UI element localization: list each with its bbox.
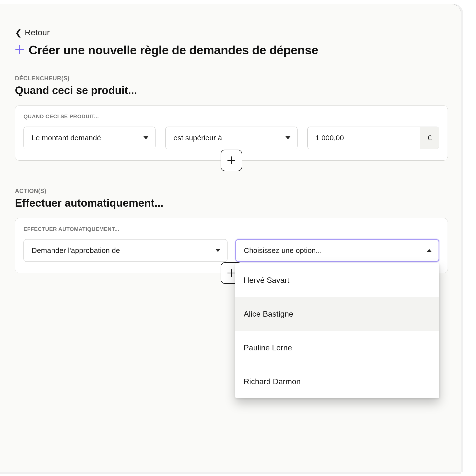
action-heading: Effectuer automatiquement... <box>15 197 448 209</box>
trigger-amount-value: 1 000,00 <box>307 127 420 149</box>
trigger-field-value: Le montant demandé <box>32 134 101 142</box>
add-trigger-button[interactable] <box>221 150 242 171</box>
plus-icon <box>15 45 24 56</box>
dropdown-option[interactable]: Alice Bastigne <box>235 297 439 331</box>
action-type-select[interactable]: Demander l'approbation de <box>23 239 227 262</box>
page-container: ❮ Retour Créer une nouvelle règle de dem… <box>0 4 461 472</box>
page-title-row: Créer une nouvelle règle de demandes de … <box>15 43 448 57</box>
caret-down-icon <box>143 136 148 139</box>
dropdown-option[interactable]: Hervé Savart <box>235 263 439 297</box>
trigger-heading: Quand ceci se produit... <box>15 84 448 97</box>
action-option-dropdown: Hervé Savart Alice Bastigne Pauline Lorn… <box>235 263 439 398</box>
plus-icon <box>226 155 236 165</box>
back-link[interactable]: ❮ Retour <box>15 28 448 37</box>
caret-down-icon <box>286 136 290 139</box>
page-title: Créer une nouvelle règle de demandes de … <box>29 43 318 57</box>
trigger-card-eyebrow: QUAND CECI SE PRODUIT... <box>23 113 439 120</box>
back-label: Retour <box>25 28 50 37</box>
dropdown-option[interactable]: Pauline Lorne <box>235 331 439 365</box>
action-option-placeholder: Choisissez une option... <box>244 246 322 255</box>
trigger-eyebrow: DÉCLENCHEUR(S) <box>15 75 448 82</box>
trigger-section: DÉCLENCHEUR(S) Quand ceci se produit... … <box>15 75 448 161</box>
trigger-operator-select[interactable]: est supérieur à <box>165 127 297 149</box>
currency-label: € <box>420 127 439 149</box>
trigger-field-select[interactable]: Le montant demandé <box>23 127 155 149</box>
trigger-operator-value: est supérieur à <box>173 134 222 142</box>
action-eyebrow: ACTION(S) <box>15 187 448 194</box>
trigger-amount-input[interactable]: 1 000,00 € <box>307 127 439 149</box>
action-option-select[interactable]: Choisissez une option... <box>235 239 439 262</box>
dropdown-option[interactable]: Richard Darmon <box>235 365 439 398</box>
trigger-card: QUAND CECI SE PRODUIT... Le montant dema… <box>15 105 448 161</box>
caret-down-icon <box>216 249 220 252</box>
caret-up-icon <box>427 249 432 252</box>
action-type-value: Demander l'approbation de <box>32 246 120 255</box>
action-card: EFFECTUER AUTOMATIQUEMENT... Demander l'… <box>15 218 448 273</box>
plus-icon <box>226 268 236 278</box>
chevron-left-icon: ❮ <box>15 28 22 37</box>
action-card-eyebrow: EFFECTUER AUTOMATIQUEMENT... <box>23 226 439 232</box>
action-section: ACTION(S) Effectuer automatiquement... E… <box>15 187 448 273</box>
